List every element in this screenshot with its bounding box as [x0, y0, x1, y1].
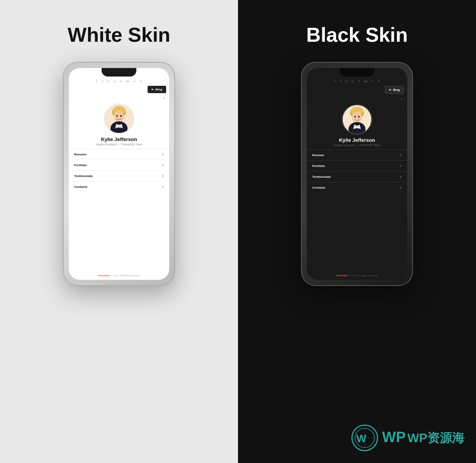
black-avatar-svg [343, 105, 371, 134]
white-social-facebook: 𝐟 [102, 80, 103, 83]
black-phone-notch [340, 68, 374, 77]
black-menu-portfolio-chevron: ∨ [400, 164, 402, 168]
black-social-behance: Be [364, 80, 368, 83]
black-menu-resume-label: Resume [312, 153, 324, 157]
black-blog-btn-row: Blog [307, 86, 407, 95]
black-menu-resume[interactable]: Resume ∨ [307, 150, 407, 160]
white-person-role: Graphic Designer — ThemeREX Team [96, 143, 142, 146]
black-menu-contacts[interactable]: Contacts ∨ [307, 182, 407, 193]
white-footer: ThemeREX © 2019. All Rights Reserved. [69, 271, 169, 280]
white-avatar-svg [105, 104, 133, 133]
svg-point-3 [114, 111, 124, 123]
white-chevron-down: ∨ [69, 95, 169, 102]
white-menu-testimonials-label: Testimonials [74, 174, 93, 178]
white-phone-screen: 𝕋 𝐟 G ◎ P Be V ✦ Blog [69, 68, 169, 280]
black-phone-mockup: 𝕋 𝐟 G ◎ P Be V ✦ Blog [301, 62, 413, 286]
white-avatar-section: Kylie Jefferson Graphic Designer — Theme… [69, 102, 169, 149]
white-pencil-icon [151, 88, 154, 91]
black-pencil-icon [389, 88, 391, 92]
white-menu-contacts[interactable]: Contacts ∨ [69, 181, 169, 192]
black-chevron-down: ∨ [307, 95, 407, 102]
wp-watermark: W WP WP资源海 [351, 424, 464, 451]
white-footer-brand: ThemeREX [98, 274, 110, 277]
black-person-name: Kylie Jefferson [339, 137, 375, 143]
black-social-instagram: ◎ [351, 80, 354, 83]
white-social-behance: Be [126, 80, 130, 83]
white-social-google: G [107, 80, 109, 83]
svg-text:W: W [356, 432, 367, 444]
black-skin-panel: Black Skin 𝕋 𝐟 G ◎ P Be V ✦ [238, 0, 476, 463]
white-phone-outer: 𝕋 𝐟 G ◎ P Be V ✦ Blog [63, 62, 175, 286]
white-blog-btn-row: Blog [69, 86, 169, 95]
black-menu-testimonials-label: Testimonials [312, 175, 331, 179]
black-avatar-section: Kylie Jefferson Graphic Designer — Theme… [307, 102, 407, 150]
white-menu-testimonials-chevron: ∨ [162, 174, 164, 178]
wp-logo-icon: W [351, 424, 378, 451]
svg-point-11 [352, 112, 362, 123]
white-menu-portfolio-chevron: ∨ [162, 163, 164, 167]
black-social-google: G [345, 80, 347, 83]
white-skin-title: White Skin [68, 23, 170, 46]
black-person-role: Graphic Designer — ThemeREX Team [334, 144, 380, 146]
black-social-vimeo: V [372, 80, 374, 83]
white-screen-content: 𝕋 𝐟 G ◎ P Be V ✦ Blog [69, 68, 169, 280]
svg-point-12 [354, 116, 356, 118]
black-social-twitter: 𝕋 [334, 80, 336, 83]
white-menu-portfolio-label: Portfolio [74, 163, 87, 167]
black-avatar [342, 104, 372, 135]
wp-chinese-text: WP资源海 [407, 431, 464, 445]
black-footer-copy: © 2019. All Rights Reserved. [348, 274, 378, 277]
black-menu-portfolio[interactable]: Portfolio ∨ [307, 160, 407, 171]
svg-point-5 [120, 115, 122, 117]
black-social-pinterest: P [358, 80, 360, 83]
black-menu-testimonials[interactable]: Testimonials ∨ [307, 171, 407, 182]
black-phone-outer: 𝕋 𝐟 G ◎ P Be V ✦ Blog [301, 62, 413, 286]
white-phone-notch [102, 68, 136, 77]
white-skin-panel: White Skin 𝕋 𝐟 G ◎ P Be V ✦ [0, 0, 238, 463]
black-menu-testimonials-chevron: ∨ [400, 175, 402, 179]
black-social-extra: ✦ [377, 80, 380, 83]
white-blog-button[interactable]: Blog [148, 86, 166, 93]
white-footer-copy: © 2019. All Rights Reserved. [110, 274, 140, 277]
white-menu-resume-chevron: ∨ [162, 153, 164, 156]
white-social-twitter: 𝕋 [96, 80, 98, 83]
black-menu-contacts-label: Contacts [312, 186, 325, 189]
white-social-pinterest: P [120, 80, 122, 83]
white-menu-testimonials[interactable]: Testimonials ∨ [69, 170, 169, 181]
white-social-row: 𝕋 𝐟 G ◎ P Be V ✦ [69, 77, 169, 86]
white-social-instagram: ◎ [113, 80, 116, 83]
white-menu-resume-label: Resume [74, 153, 86, 156]
black-blog-label: Blog [393, 88, 400, 92]
black-blog-button[interactable]: Blog [385, 86, 404, 94]
black-footer: ThemeREX © 2019. All Rights Reserved. [307, 271, 407, 280]
black-phone-screen: 𝕋 𝐟 G ◎ P Be V ✦ Blog [307, 68, 407, 280]
black-social-facebook: 𝐟 [340, 80, 341, 83]
svg-point-13 [358, 116, 360, 118]
wp-text-label: WP WP资源海 [382, 429, 464, 447]
black-screen-content: 𝕋 𝐟 G ◎ P Be V ✦ Blog [307, 68, 407, 280]
white-menu-resume[interactable]: Resume ∨ [69, 149, 169, 160]
black-social-row: 𝕋 𝐟 G ◎ P Be V ✦ [307, 77, 407, 86]
svg-point-4 [116, 115, 118, 117]
white-menu-portfolio[interactable]: Portfolio ∨ [69, 160, 169, 170]
white-phone-mockup: 𝕋 𝐟 G ◎ P Be V ✦ Blog [63, 62, 175, 286]
black-skin-title: Black Skin [306, 23, 408, 46]
black-footer-brand: ThemeREX [336, 274, 348, 277]
black-menu-portfolio-label: Portfolio [312, 164, 325, 168]
white-menu-contacts-label: Contacts [74, 185, 87, 189]
white-social-extra: ✦ [139, 80, 142, 83]
wp-brand-text: WP [382, 429, 406, 445]
white-avatar [104, 103, 134, 134]
white-menu-contacts-chevron: ∨ [162, 185, 164, 189]
black-menu-resume-chevron: ∨ [400, 153, 402, 157]
black-menu-contacts-chevron: ∨ [400, 186, 402, 189]
white-person-name: Kylie Jefferson [101, 136, 137, 142]
white-social-vimeo: V [134, 80, 136, 83]
white-blog-label: Blog [155, 88, 162, 91]
